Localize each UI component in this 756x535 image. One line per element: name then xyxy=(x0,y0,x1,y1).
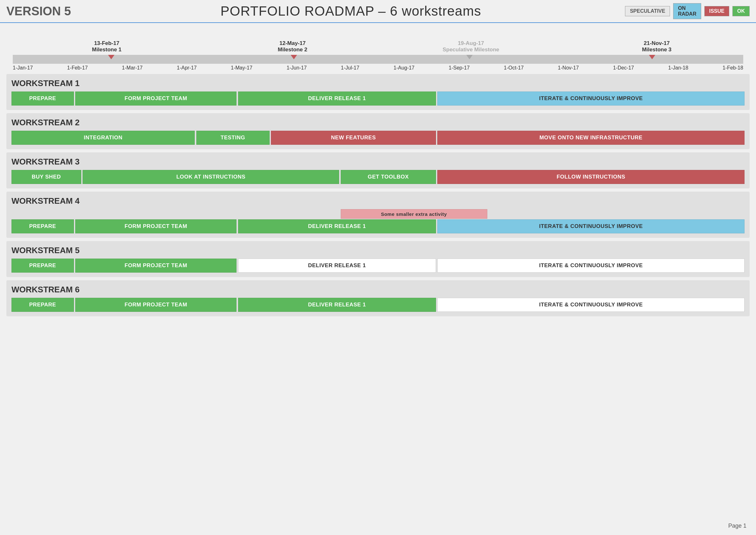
workstream-2: WORKSTREAM 2INTEGRATIONTESTINGNEW FEATUR… xyxy=(6,113,750,149)
milestone-2: 19-Aug-17Speculative Milestone xyxy=(443,40,500,55)
gantt-row-6: PREPAREFORM PROJECT TEAMDELIVER RELEASE … xyxy=(12,298,744,312)
legend-on-radar[interactable]: ONRADAR xyxy=(673,3,701,19)
timeline-tick-10: 1-Nov-17 xyxy=(558,65,579,71)
task-6-0[interactable]: PREPARE xyxy=(12,298,74,312)
timeline-tick-2: 1-Mar-17 xyxy=(122,65,143,71)
timeline-bar xyxy=(13,55,743,64)
extra-row-4: Some smaller extra activity xyxy=(12,209,744,219)
page-number: Page 1 xyxy=(728,522,746,529)
task-3-1[interactable]: LOOK AT INSTRUCTIONS xyxy=(83,170,339,184)
timeline-tick-3: 1-Apr-17 xyxy=(177,65,197,71)
task-1-0[interactable]: PREPARE xyxy=(12,92,74,105)
task-6-2[interactable]: DELIVER RELEASE 1 xyxy=(238,298,436,312)
workstream-3: WORKSTREAM 3BUY SHEDLOOK AT INSTRUCTIONS… xyxy=(6,153,750,188)
task-6-3[interactable]: ITERATE & CONTINUOUSLY IMPROVE xyxy=(437,298,744,312)
workstream-1: WORKSTREAM 1PREPAREFORM PROJECT TEAMDELI… xyxy=(6,74,750,110)
task-5-3[interactable]: ITERATE & CONTINUOUSLY IMPROVE xyxy=(437,259,744,272)
workstream-4: WORKSTREAM 4Some smaller extra activityP… xyxy=(6,192,750,238)
task-3-0[interactable]: BUY SHED xyxy=(12,170,81,184)
timeline-tick-11: 1-Dec-17 xyxy=(613,65,634,71)
gantt-row-3: BUY SHEDLOOK AT INSTRUCTIONSGET TOOLBOXF… xyxy=(12,170,744,184)
task-4-3[interactable]: ITERATE & CONTINUOUSLY IMPROVE xyxy=(437,219,744,233)
timeline-tick-5: 1-Jun-17 xyxy=(286,65,307,71)
task-5-0[interactable]: PREPARE xyxy=(12,259,74,272)
milestone-3: 21-Nov-17Milestone 3 xyxy=(642,40,671,55)
milestone-arrow-0 xyxy=(108,55,114,59)
workstream-title-2: WORKSTREAM 2 xyxy=(12,118,744,127)
version-label: VERSION 5 xyxy=(6,5,76,18)
timeline-tick-7: 1-Aug-17 xyxy=(393,65,415,71)
task-4-2[interactable]: DELIVER RELEASE 1 xyxy=(238,219,436,233)
timeline-tick-13: 1-Feb-18 xyxy=(722,65,743,71)
timeline-section: 13-Feb-17Milestone 112-May-17Milestone 2… xyxy=(0,23,756,71)
legend-speculative[interactable]: SPECULATIVE xyxy=(625,6,670,16)
task-1-3[interactable]: ITERATE & CONTINUOUSLY IMPROVE xyxy=(437,92,744,105)
workstream-title-3: WORKSTREAM 3 xyxy=(12,157,744,167)
workstream-title-5: WORKSTREAM 5 xyxy=(12,245,744,255)
timeline-tick-9: 1-Oct-17 xyxy=(504,65,524,71)
legend-ok[interactable]: OK xyxy=(732,6,750,16)
timeline-tick-12: 1-Jan-18 xyxy=(668,65,688,71)
milestone-arrow-2 xyxy=(466,55,472,59)
task-2-2[interactable]: NEW FEATURES xyxy=(271,131,436,145)
legend-issue[interactable]: ISSUE xyxy=(704,6,729,16)
workstream-6: WORKSTREAM 6PREPAREFORM PROJECT TEAMDELI… xyxy=(6,280,750,316)
task-3-2[interactable]: GET TOOLBOX xyxy=(341,170,436,184)
task-2-1[interactable]: TESTING xyxy=(196,131,270,145)
extra-task-4-0[interactable]: Some smaller extra activity xyxy=(341,209,487,219)
milestone-1: 12-May-17Milestone 2 xyxy=(278,40,308,55)
timeline-tick-1: 1-Feb-17 xyxy=(67,65,88,71)
timeline-tick-6: 1-Jul-17 xyxy=(341,65,360,71)
milestone-arrow-3 xyxy=(649,55,655,59)
header: VERSION 5 PORTFOLIO ROADMAP – 6 workstre… xyxy=(0,0,756,23)
task-2-3[interactable]: MOVE ONTO NEW INFRASTRUCTURE xyxy=(437,131,744,145)
task-1-2[interactable]: DELIVER RELEASE 1 xyxy=(238,92,436,105)
timeline-tick-4: 1-May-17 xyxy=(231,65,253,71)
timeline-ticks: 1-Jan-171-Feb-171-Mar-171-Apr-171-May-17… xyxy=(6,64,750,71)
milestone-arrow-1 xyxy=(291,55,297,59)
task-6-1[interactable]: FORM PROJECT TEAM xyxy=(75,298,236,312)
task-3-3[interactable]: FOLLOW INSTRUCTIONS xyxy=(437,170,744,184)
gantt-row-1: PREPAREFORM PROJECT TEAMDELIVER RELEASE … xyxy=(12,92,744,105)
task-2-0[interactable]: INTEGRATION xyxy=(12,131,195,145)
milestone-0: 13-Feb-17Milestone 1 xyxy=(92,40,122,55)
timeline-tick-8: 1-Sep-17 xyxy=(449,65,470,71)
workstream-title-4: WORKSTREAM 4 xyxy=(12,196,744,206)
task-4-0[interactable]: PREPARE xyxy=(12,219,74,233)
task-5-2[interactable]: DELIVER RELEASE 1 xyxy=(238,259,436,272)
task-4-1[interactable]: FORM PROJECT TEAM xyxy=(75,219,236,233)
workstream-title-1: WORKSTREAM 1 xyxy=(12,78,744,88)
gantt-row-2: INTEGRATIONTESTINGNEW FEATURESMOVE ONTO … xyxy=(12,131,744,145)
page-title: PORTFOLIO ROADMAP – 6 workstreams xyxy=(76,4,625,19)
milestones-row: 13-Feb-17Milestone 112-May-17Milestone 2… xyxy=(6,26,750,55)
workstream-5: WORKSTREAM 5PREPAREFORM PROJECT TEAMDELI… xyxy=(6,241,750,277)
gantt-row-5: PREPAREFORM PROJECT TEAMDELIVER RELEASE … xyxy=(12,259,744,272)
timeline-tick-0: 1-Jan-17 xyxy=(13,65,33,71)
workstreams-container: WORKSTREAM 1PREPAREFORM PROJECT TEAMDELI… xyxy=(0,71,756,323)
workstream-title-6: WORKSTREAM 6 xyxy=(12,285,744,295)
task-1-1[interactable]: FORM PROJECT TEAM xyxy=(75,92,236,105)
gantt-row-4: PREPAREFORM PROJECT TEAMDELIVER RELEASE … xyxy=(12,219,744,233)
legend: SPECULATIVE ONRADAR ISSUE OK xyxy=(625,3,750,19)
task-5-1[interactable]: FORM PROJECT TEAM xyxy=(75,259,236,272)
